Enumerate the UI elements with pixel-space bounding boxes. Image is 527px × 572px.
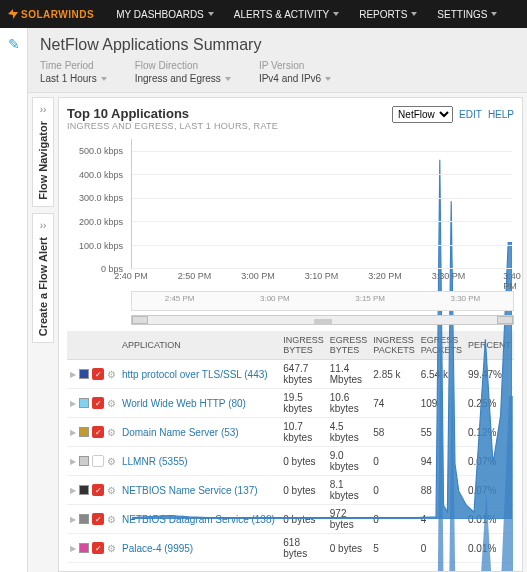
traffic-chart: 0 bps100.0 kbps200.0 kbps300.0 kbps400.0… <box>67 139 514 287</box>
left-rail: ✎ <box>0 28 28 572</box>
expand-icon[interactable]: ▶ <box>70 370 76 379</box>
gear-icon[interactable]: ⚙ <box>107 456 116 467</box>
color-swatch[interactable] <box>79 398 89 408</box>
chevron-down-icon <box>225 77 231 81</box>
color-swatch[interactable] <box>79 543 89 553</box>
panel-label: Create a Flow Alert <box>37 237 49 336</box>
checkbox[interactable]: ✓ <box>92 455 104 467</box>
expand-icon[interactable]: ▶ <box>70 428 76 437</box>
checkbox[interactable]: ✓ <box>92 484 104 496</box>
gear-icon[interactable]: ⚙ <box>107 485 116 496</box>
brand-logo: SOLARWINDS <box>8 9 94 20</box>
color-swatch[interactable] <box>79 485 89 495</box>
gear-icon[interactable]: ⚙ <box>107 543 116 554</box>
expand-icon[interactable]: ▶ <box>70 515 76 524</box>
card-title: Top 10 Applications <box>67 106 278 121</box>
color-swatch[interactable] <box>79 514 89 524</box>
checkbox[interactable]: ✓ <box>92 397 104 409</box>
menu-settings[interactable]: SETTINGS <box>427 9 507 20</box>
gear-icon[interactable]: ⚙ <box>107 427 116 438</box>
brand-text: SOLARWINDS <box>21 9 94 20</box>
menu-alerts[interactable]: ALERTS & ACTIVITY <box>224 9 349 20</box>
gear-icon[interactable]: ⚙ <box>107 398 116 409</box>
gear-icon[interactable]: ⚙ <box>107 514 116 525</box>
chevron-down-icon <box>101 77 107 81</box>
filter-direction[interactable]: Flow Direction Ingress and Egress <box>135 60 231 84</box>
overview-chart[interactable]: 2:45 PM3:00 PM3:15 PM3:30 PM <box>131 291 514 311</box>
edit-icon[interactable]: ✎ <box>8 32 20 56</box>
chevron-right-icon: ›› <box>40 104 47 115</box>
color-swatch[interactable] <box>79 427 89 437</box>
panel-flow-navigator[interactable]: ›› Flow Navigator <box>32 97 54 207</box>
checkbox[interactable]: ✓ <box>92 426 104 438</box>
applications-card: Top 10 Applications INGRESS AND EGRESS, … <box>58 97 523 572</box>
chevron-down-icon <box>333 12 339 16</box>
panel-label: Flow Navigator <box>37 121 49 200</box>
brand-icon <box>8 9 18 19</box>
main-menu: MY DASHBOARDS ALERTS & ACTIVITY REPORTS … <box>106 9 507 20</box>
color-swatch[interactable] <box>79 369 89 379</box>
gear-icon[interactable]: ⚙ <box>107 369 116 380</box>
topbar: SOLARWINDS MY DASHBOARDS ALERTS & ACTIVI… <box>0 0 527 28</box>
chevron-down-icon <box>208 12 214 16</box>
edit-link[interactable]: EDIT <box>459 109 482 120</box>
checkbox[interactable]: ✓ <box>92 368 104 380</box>
color-swatch[interactable] <box>79 456 89 466</box>
checkbox[interactable]: ✓ <box>92 513 104 525</box>
chevron-right-icon: ›› <box>40 220 47 231</box>
chart-scrollbar[interactable] <box>131 315 514 325</box>
card-subtitle: INGRESS AND EGRESS, LAST 1 HOURS, RATE <box>67 121 278 131</box>
panel-create-flow-alert[interactable]: ›› Create a Flow Alert <box>32 213 54 343</box>
checkbox[interactable]: ✓ <box>92 542 104 554</box>
source-select[interactable]: NetFlow <box>392 106 453 123</box>
expand-icon[interactable]: ▶ <box>70 457 76 466</box>
chevron-down-icon <box>491 12 497 16</box>
page-header: NetFlow Applications Summary Time Period… <box>28 28 527 93</box>
expand-icon[interactable]: ▶ <box>70 399 76 408</box>
chevron-down-icon <box>411 12 417 16</box>
expand-icon[interactable]: ▶ <box>70 544 76 553</box>
help-link[interactable]: HELP <box>488 109 514 120</box>
chevron-down-icon <box>325 77 331 81</box>
filter-ipversion[interactable]: IP Version IPv4 and IPv6 <box>259 60 331 84</box>
page-title: NetFlow Applications Summary <box>40 36 515 54</box>
menu-dashboards[interactable]: MY DASHBOARDS <box>106 9 224 20</box>
filter-time[interactable]: Time Period Last 1 Hours <box>40 60 107 84</box>
expand-icon[interactable]: ▶ <box>70 486 76 495</box>
menu-reports[interactable]: REPORTS <box>349 9 427 20</box>
